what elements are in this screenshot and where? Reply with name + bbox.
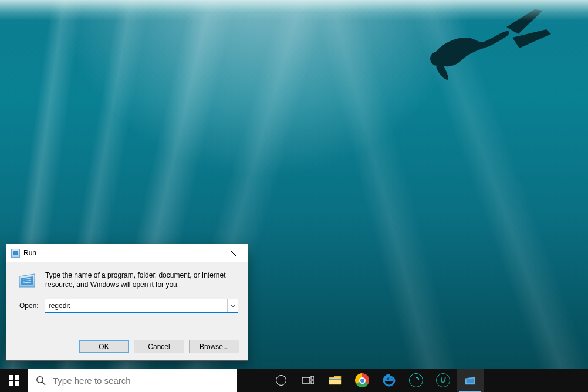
wallpaper-diver — [403, 5, 556, 81]
cancel-button[interactable]: Cancel — [134, 340, 184, 353]
svg-point-5 — [36, 376, 42, 382]
edge-button[interactable] — [376, 369, 403, 392]
app-teal-circle-button[interactable] — [403, 369, 430, 392]
run-dialog-title: Run — [23, 249, 36, 257]
svg-rect-8 — [311, 376, 314, 379]
file-explorer-button[interactable] — [322, 369, 349, 392]
svg-rect-3 — [9, 381, 13, 386]
search-input[interactable] — [53, 376, 237, 386]
chevron-down-icon[interactable] — [227, 299, 238, 312]
chrome-button[interactable] — [349, 369, 376, 392]
taskbar: U — [0, 369, 588, 392]
cortana-button[interactable] — [268, 369, 295, 392]
app-u-circle-button[interactable]: U — [430, 369, 457, 392]
browse-button[interactable]: Browse... — [189, 340, 239, 353]
svg-rect-4 — [15, 381, 19, 386]
taskbar-search[interactable] — [28, 369, 237, 392]
task-view-button[interactable] — [295, 369, 322, 392]
open-input[interactable] — [45, 299, 227, 312]
search-icon — [28, 376, 53, 386]
svg-point-0 — [430, 52, 444, 66]
svg-rect-9 — [311, 381, 314, 384]
start-button[interactable] — [0, 369, 28, 392]
run-description: Type the name of a program, folder, docu… — [45, 271, 238, 290]
run-dialog: Run Type the name of a program, — [6, 244, 248, 361]
run-program-icon — [17, 271, 37, 290]
ok-button[interactable]: OK — [79, 340, 129, 353]
open-label: Open: — [19, 302, 39, 310]
open-combobox[interactable] — [45, 299, 238, 313]
run-dialog-body: Type the name of a program, folder, docu… — [6, 262, 248, 360]
close-button[interactable] — [220, 245, 246, 261]
svg-rect-7 — [302, 377, 310, 383]
svg-line-6 — [42, 382, 45, 385]
run-dialog-icon — [11, 249, 20, 258]
svg-rect-2 — [15, 375, 19, 380]
svg-rect-1 — [9, 375, 13, 380]
run-taskbar-button[interactable] — [457, 369, 484, 392]
run-titlebar[interactable]: Run — [6, 244, 248, 262]
svg-rect-11 — [329, 379, 341, 380]
